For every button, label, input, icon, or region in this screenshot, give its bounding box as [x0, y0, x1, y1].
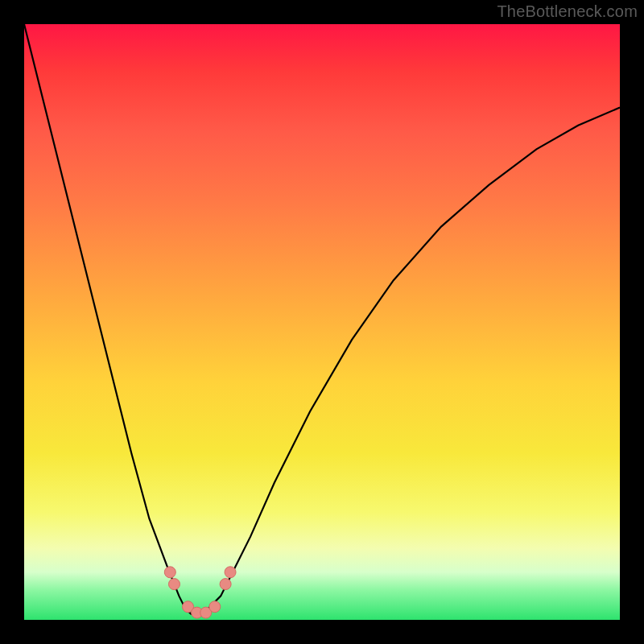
left-dot-1 — [164, 567, 175, 578]
left-dot-2 — [168, 579, 180, 590]
bottom-dot-4 — [209, 601, 221, 613]
bottleneck-curve — [24, 24, 620, 614]
watermark-text: TheBottleneck.com — [497, 2, 638, 21]
chart-frame — [24, 24, 620, 620]
right-dot-2 — [225, 567, 236, 578]
marker-layer — [164, 567, 236, 618]
right-dot-1 — [220, 579, 231, 590]
chart-svg — [24, 24, 620, 620]
